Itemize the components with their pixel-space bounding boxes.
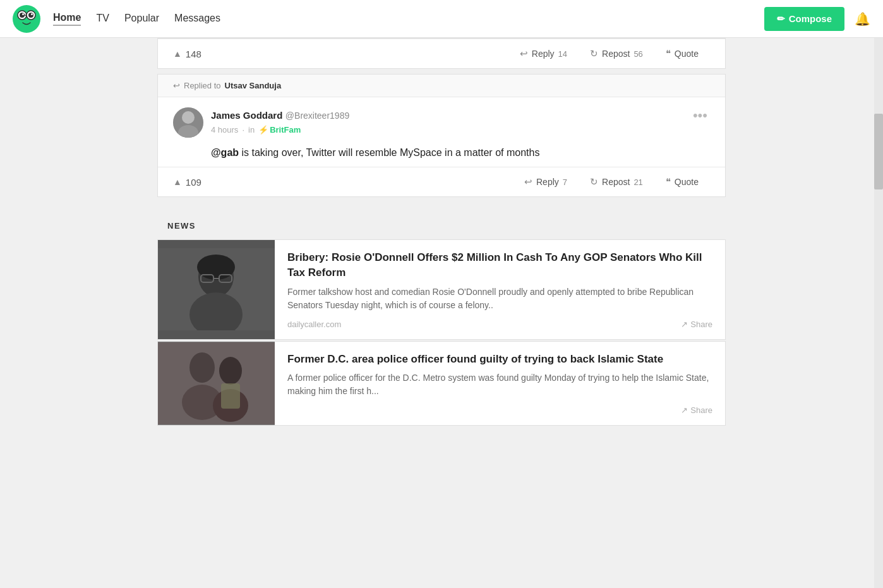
reply-icon-2: ↩ <box>524 176 532 188</box>
post1-upvote-count: 148 <box>186 49 201 59</box>
navbar-right: ✏ Compose 🔔 <box>764 7 870 31</box>
post2-author-handle[interactable]: @Brexiteer1989 <box>285 111 349 121</box>
nav-popular[interactable]: Popular <box>124 13 159 25</box>
post1-repost-btn[interactable]: ↻ Repost 56 <box>579 48 654 59</box>
post2-reply-btn[interactable]: ↩ Reply 7 <box>513 176 579 188</box>
post2-in-text: in <box>248 125 255 135</box>
post2-mention[interactable]: @gab <box>211 147 239 158</box>
compose-label: Compose <box>789 13 832 24</box>
svg-point-6 <box>22 13 24 15</box>
share-icon-1: ↗ <box>681 320 688 329</box>
post1-reply-btn[interactable]: ↩ Reply 14 <box>508 48 579 59</box>
replied-to-bar: ↩ Replied to Utsav Sanduja <box>158 75 725 97</box>
nav-links: Home TV Popular Messages <box>53 12 220 26</box>
news-footer-2: ↗ Share <box>287 405 712 415</box>
notifications-icon[interactable]: 🔔 <box>855 11 870 27</box>
post2-repost-label: Repost <box>602 177 630 187</box>
post1-upvote[interactable]: ▲ 148 <box>173 49 236 59</box>
compose-button[interactable]: ✏ Compose <box>764 7 844 31</box>
post2-actions: ▲ 109 ↩ Reply 7 ↻ Repost 21 ❝ Quote <box>158 167 725 196</box>
reply-icon: ↩ <box>520 48 528 59</box>
news-content-2: Former D.C. area police officer found gu… <box>275 342 725 426</box>
post1-actions: ▲ 148 ↩ Reply 14 ↻ Repost 56 ❝ Quote <box>158 39 725 68</box>
share-label-2: Share <box>690 405 712 415</box>
app-logo[interactable] <box>13 5 40 33</box>
share-label-1: Share <box>690 320 712 329</box>
scrollbar-thumb[interactable] <box>874 114 883 189</box>
post2-more-btn[interactable]: ••• <box>690 107 710 124</box>
news-image-placeholder-2 <box>158 342 275 426</box>
nav-messages[interactable]: Messages <box>174 13 220 25</box>
post1-quote-btn[interactable]: ❝ Quote <box>654 48 710 59</box>
svg-point-14 <box>197 255 235 280</box>
svg-point-20 <box>189 352 215 383</box>
post2-reply-count: 7 <box>563 177 567 187</box>
post2-meta: 4 hours · in ⚡ BritFam <box>211 125 710 135</box>
post2-quote-btn[interactable]: ❝ Quote <box>654 176 710 188</box>
news-section: NEWS <box>157 212 726 440</box>
news-description-2: A former police officer for the D.C. Met… <box>287 371 712 398</box>
post2-text-body: is taking over, Twitter will resemble My… <box>239 147 539 158</box>
post2-body: James Goddard @Brexiteer1989 ••• 4 hours… <box>158 97 725 167</box>
post2-time: 4 hours <box>211 125 238 135</box>
post2-upvote-count: 109 <box>186 177 201 188</box>
quote-icon-2: ❝ <box>666 176 671 188</box>
post2-header: James Goddard @Brexiteer1989 ••• 4 hours… <box>173 107 710 138</box>
news-source-1: dailycaller.com <box>287 320 341 329</box>
post2-repost-btn[interactable]: ↻ Repost 21 <box>579 176 654 188</box>
news-title-1: Bribery: Rosie O'Donnell Offers $2 Milli… <box>287 250 712 280</box>
post1-reply-label: Reply <box>532 49 555 59</box>
post2-quote-label: Quote <box>675 177 699 187</box>
replied-to-user[interactable]: Utsav Sanduja <box>225 81 282 90</box>
post-card-2: ↩ Replied to Utsav Sanduja <box>157 74 726 197</box>
post1-repost-count: 56 <box>634 49 642 59</box>
news-footer-1: dailycaller.com ↗ Share <box>287 320 712 329</box>
navbar: Home TV Popular Messages ✏ Compose 🔔 <box>0 0 883 38</box>
quote-icon: ❝ <box>666 48 671 59</box>
news-card-2[interactable]: Former D.C. area police officer found gu… <box>157 341 726 426</box>
reply-arrow-icon: ↩ <box>173 81 180 90</box>
news-header: NEWS <box>157 212 726 239</box>
post2-in-label: · <box>242 125 244 135</box>
post2-repost-count: 21 <box>634 177 642 187</box>
news-image-1 <box>158 240 275 339</box>
scrollbar-track[interactable] <box>874 0 883 440</box>
nav-home[interactable]: Home <box>53 12 81 26</box>
post2-reply-label: Reply <box>536 177 559 187</box>
news-image-2 <box>158 342 275 426</box>
compose-icon: ✏ <box>777 13 785 25</box>
upvote-icon: ▲ <box>173 49 182 59</box>
news-image-placeholder-1 <box>158 240 275 339</box>
upvote-icon-2: ▲ <box>173 177 182 187</box>
post2-avatar[interactable] <box>173 107 203 138</box>
news-title-2: Former D.C. area police officer found gu… <box>287 352 712 367</box>
post1-repost-label: Repost <box>602 49 630 59</box>
svg-point-5 <box>28 13 33 18</box>
post2-upvote[interactable]: ▲ 109 <box>173 177 236 188</box>
post2-text: @gab is taking over, Twitter will resemb… <box>211 145 710 160</box>
nav-tv[interactable]: TV <box>96 13 109 25</box>
post2-author-name[interactable]: James Goddard <box>211 110 282 121</box>
replied-to-prefix: Replied to <box>184 81 221 90</box>
share-icon-2: ↗ <box>681 405 688 415</box>
news-share-2[interactable]: ↗ Share <box>681 405 712 415</box>
lightning-icon: ⚡ <box>258 125 268 135</box>
svg-point-7 <box>31 13 33 15</box>
post1-reply-count: 14 <box>558 49 567 59</box>
news-card-1[interactable]: Bribery: Rosie O'Donnell Offers $2 Milli… <box>157 239 726 340</box>
community-label: BritFam <box>270 125 301 135</box>
post1-quote-label: Quote <box>675 49 699 59</box>
news-description-1: Former talkshow host and comedian Rosie … <box>287 285 712 312</box>
svg-point-4 <box>20 13 25 18</box>
news-share-1[interactable]: ↗ Share <box>681 320 712 329</box>
svg-point-10 <box>182 111 195 124</box>
repost-icon-2: ↻ <box>590 176 598 188</box>
svg-point-22 <box>219 357 242 385</box>
news-content-1: Bribery: Rosie O'Donnell Offers $2 Milli… <box>275 240 725 339</box>
repost-icon: ↻ <box>590 48 598 59</box>
svg-rect-24 <box>221 383 240 409</box>
post2-author-info: James Goddard @Brexiteer1989 ••• 4 hours… <box>211 107 710 135</box>
post2-community[interactable]: ⚡ BritFam <box>258 125 301 135</box>
post-card-1: ▲ 148 ↩ Reply 14 ↻ Repost 56 ❝ Quote <box>157 38 726 69</box>
main-content: ▲ 148 ↩ Reply 14 ↻ Repost 56 ❝ Quote ↩ <box>157 38 726 440</box>
